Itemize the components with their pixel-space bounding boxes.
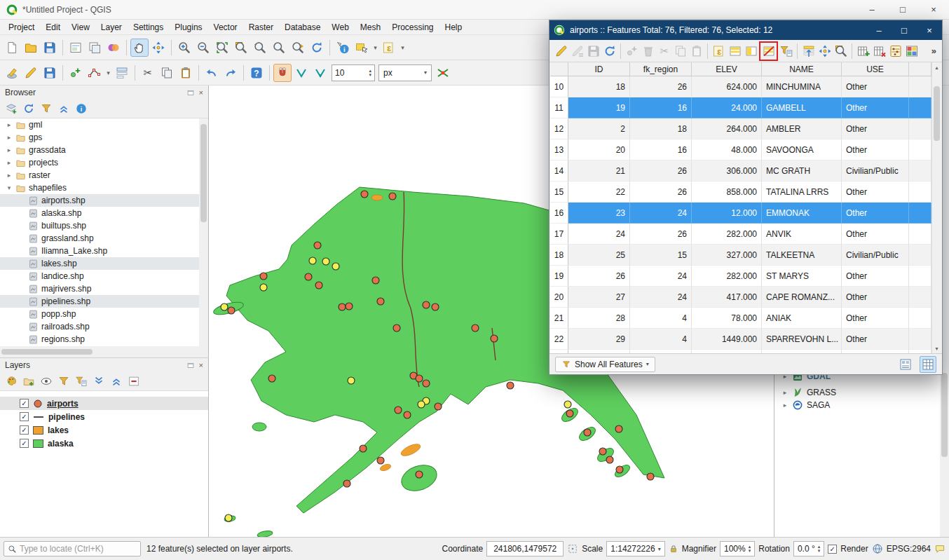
toggle-editing-button[interactable] xyxy=(22,64,40,82)
vertex-marker-button[interactable] xyxy=(292,64,310,82)
cell-elev[interactable]: 282.000 xyxy=(692,224,762,245)
cell-elev[interactable]: 1449.000 xyxy=(692,329,762,350)
column-header-id[interactable]: ID xyxy=(568,62,630,76)
cell-fk-region[interactable]: 26 xyxy=(630,76,692,97)
redo-button[interactable] xyxy=(221,64,240,82)
lock-scale-icon[interactable] xyxy=(669,544,678,554)
table-vertical-scrollbar[interactable]: ▴ ▾ xyxy=(931,62,941,353)
menu-edit[interactable]: Edit xyxy=(40,20,66,35)
expand-arrow-icon[interactable]: ▾ xyxy=(6,184,13,191)
filter-browser-button[interactable] xyxy=(38,101,54,117)
row-number[interactable]: 19 xyxy=(550,266,568,287)
extent-toggle-icon[interactable] xyxy=(567,543,578,554)
cell-name[interactable]: MINCHUMINA xyxy=(762,76,842,97)
menu-raster[interactable]: Raster xyxy=(243,20,279,35)
save-edits-button[interactable] xyxy=(41,64,59,82)
table-row-19[interactable]: 192624282.000ST MARYSOther xyxy=(550,266,931,287)
browser-item-pipelines-shp[interactable]: pipelines.shp xyxy=(0,295,208,308)
browser-item-lakes-shp[interactable]: lakes.shp xyxy=(0,257,208,270)
table-row-12[interactable]: 12218264.000AMBLEROther xyxy=(550,118,931,139)
cell-use[interactable]: Other xyxy=(842,182,909,203)
maximize-button[interactable]: □ xyxy=(887,0,918,19)
cut-features-button[interactable]: ✂ xyxy=(656,43,672,60)
column-header-fk-region[interactable]: fk_region xyxy=(630,62,692,76)
menu-layer[interactable]: Layer xyxy=(95,20,128,35)
cell-fk-region[interactable]: 16 xyxy=(630,139,692,161)
scale-combo[interactable]: 1:14272226▾ xyxy=(606,541,664,556)
cell-name[interactable]: EMMONAK xyxy=(762,203,842,224)
copy-features-button[interactable] xyxy=(158,64,176,82)
snapping-button[interactable] xyxy=(273,64,292,82)
manage-themes-button[interactable] xyxy=(38,374,54,390)
expand-arrow-icon[interactable]: ▸ xyxy=(6,159,13,166)
chevron-down-icon[interactable]: ▾ xyxy=(399,39,407,57)
table-row-13[interactable]: 13201648.000SAVOONGAOther xyxy=(550,139,931,161)
row-number[interactable]: 14 xyxy=(550,161,568,182)
rotation-spinbox[interactable]: 0.0 °▴▾ xyxy=(793,541,824,556)
zoom-to-selection-button[interactable] xyxy=(232,39,250,57)
multi-edit-button[interactable] xyxy=(569,43,585,60)
new-field-button[interactable] xyxy=(855,43,871,60)
field-calculator-button[interactable] xyxy=(887,43,903,60)
cell-fk-region[interactable]: 26 xyxy=(630,224,692,245)
float-panel-icon[interactable] xyxy=(186,88,195,97)
layer-checkbox[interactable]: ✓ xyxy=(20,399,29,408)
layer-checkbox[interactable]: ✓ xyxy=(20,439,29,448)
cell-fk-region[interactable]: 18 xyxy=(630,118,692,139)
cell-fk-region[interactable]: 16 xyxy=(630,97,692,118)
collapse-all-button[interactable] xyxy=(108,374,124,390)
spin-arrows-icon[interactable]: ▴▾ xyxy=(749,545,751,553)
add-feature-button[interactable] xyxy=(67,64,85,82)
cell-elev[interactable]: 306.000 xyxy=(692,161,762,182)
menu-web[interactable]: Web xyxy=(326,20,354,35)
browser-item-grassdata[interactable]: ▸grassdata xyxy=(0,144,208,156)
provider-saga[interactable]: ▸SAGA xyxy=(781,399,830,411)
menu-plugins[interactable]: Plugins xyxy=(169,20,207,35)
row-number[interactable]: 17 xyxy=(550,224,568,245)
coordinate-input[interactable]: 241806,1479572 xyxy=(486,541,564,556)
cell-id[interactable]: 22 xyxy=(568,182,630,203)
close-button[interactable]: × xyxy=(918,0,949,19)
magnifier-spinbox[interactable]: 100%▴▾ xyxy=(720,541,755,556)
cell-use[interactable]: Other xyxy=(842,224,909,245)
cell-use[interactable]: Civilian/Public xyxy=(842,245,909,266)
cell-elev[interactable]: 264.000 xyxy=(692,118,762,139)
epsg-button[interactable]: EPSG:2964 xyxy=(887,544,931,554)
row-number[interactable]: 22 xyxy=(550,329,568,350)
expand-arrow-icon[interactable]: ▸ xyxy=(6,146,13,153)
current-edits-button[interactable] xyxy=(3,64,21,82)
collapse-browser-button[interactable] xyxy=(55,101,71,117)
browser-item-grassland-shp[interactable]: grassland.shp xyxy=(0,232,208,245)
browser-item-railroads-shp[interactable]: railroads.shp xyxy=(0,320,208,333)
scrollbar-thumb[interactable] xyxy=(941,373,948,457)
cell-use[interactable]: Other xyxy=(842,266,909,287)
menu-settings[interactable]: Settings xyxy=(128,20,169,35)
new-layout-button[interactable] xyxy=(67,39,85,57)
reload-button[interactable] xyxy=(601,43,617,60)
zoom-to-layer-button[interactable] xyxy=(251,39,269,57)
segment-marker-button[interactable] xyxy=(311,64,329,82)
browser-item-popp-shp[interactable]: popp.shp xyxy=(0,308,208,320)
snapping-unit-combo[interactable]: px▾ xyxy=(378,64,432,81)
table-row-10[interactable]: 101826624.000MINCHUMINAOther xyxy=(550,76,931,97)
cell-fk-region[interactable]: 4 xyxy=(630,308,692,329)
cell-id[interactable]: 24 xyxy=(568,224,630,245)
provider-grass[interactable]: ▸GRASS xyxy=(781,386,836,399)
cell-use[interactable]: Other xyxy=(842,118,909,139)
layer-checkbox[interactable]: ✓ xyxy=(20,425,29,435)
browser-item-landice-shp[interactable]: landice.shp xyxy=(0,270,208,282)
cell-elev[interactable]: 12.000 xyxy=(692,203,762,224)
toolbar-overflow-button[interactable]: » xyxy=(931,46,936,56)
cell-name[interactable]: SAVOONGA xyxy=(762,139,842,161)
table-row-16[interactable]: 16232412.000EMMONAKOther xyxy=(550,203,931,224)
cell-id[interactable]: 18 xyxy=(568,76,630,97)
browser-item-gml[interactable]: ▸gml xyxy=(0,118,208,131)
cell-id[interactable]: 28 xyxy=(568,308,630,329)
feature-filter-combo[interactable]: Show All Features ▾ xyxy=(555,357,655,372)
save-project-button[interactable] xyxy=(41,39,59,57)
cell-elev[interactable]: 417.000 xyxy=(692,287,762,308)
cell-use[interactable]: Civilian/Public xyxy=(842,161,909,182)
cell-name[interactable]: AMBLER xyxy=(762,118,842,139)
row-number[interactable]: 13 xyxy=(550,139,568,161)
cell-name[interactable]: ANIAK xyxy=(762,308,842,329)
